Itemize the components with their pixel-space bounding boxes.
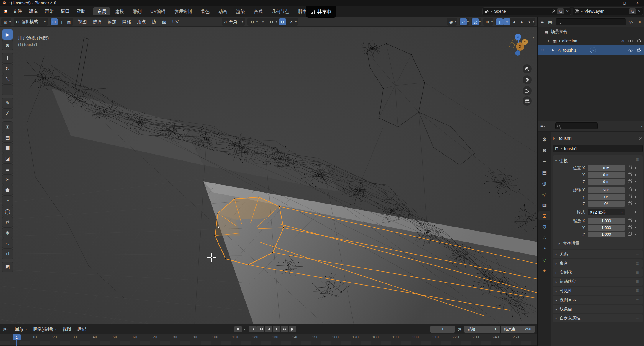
outliner-search-input[interactable] xyxy=(556,18,626,25)
prev-keyframe-button[interactable] xyxy=(257,326,264,332)
animate-dot-icon[interactable] xyxy=(635,203,636,204)
section-可见性[interactable]: ▸可见性⠿⠿ xyxy=(553,287,643,295)
properties-search-input[interactable] xyxy=(555,122,598,129)
drag-handle-icon[interactable]: ⠿⠿ xyxy=(635,158,640,162)
tab-data[interactable]: ▽ xyxy=(538,255,550,264)
transform-orientation-dropdown[interactable]: ⊿ 全局 ▾ xyxy=(222,18,245,26)
field-value[interactable]: 0° xyxy=(588,201,625,207)
new-scene-button[interactable]: ⧉ xyxy=(557,8,564,14)
camera-icon[interactable] xyxy=(637,48,641,52)
viewport-menu-面[interactable]: 面 xyxy=(159,18,170,26)
tool-spin[interactable]: ◔ xyxy=(2,196,13,206)
transform-delta-section[interactable]: ▸ 变换增量 xyxy=(559,240,640,247)
tab-world[interactable]: ◎ xyxy=(538,190,550,199)
field-value[interactable]: 0 m xyxy=(588,179,625,185)
workspace-tab-UV编辑[interactable]: UV编辑 xyxy=(146,7,170,15)
animate-dot-icon[interactable] xyxy=(635,174,636,176)
workspace-tab-建模[interactable]: 建模 xyxy=(111,7,128,15)
drag-handle-icon[interactable]: ⠿⠿ xyxy=(635,261,640,266)
menu-渲染[interactable]: 渲染 xyxy=(41,7,57,15)
menu-编辑[interactable]: 编辑 xyxy=(25,7,41,15)
tool-rip-edge[interactable]: ◩ xyxy=(2,262,13,272)
tool-knife[interactable]: ✂ xyxy=(2,175,13,185)
outliner-row-collection[interactable]: ▼ ▦ Collection ☑ xyxy=(538,36,644,45)
viewport-menu-添加[interactable]: 添加 xyxy=(105,18,119,26)
frame-end-field[interactable]: 结束点 250 xyxy=(501,326,535,333)
outliner-row-scene-collection[interactable]: ▦ 场景集合 xyxy=(538,27,644,36)
collapse-triangle-icon[interactable]: ▼ xyxy=(546,39,551,42)
view-layer-selector[interactable]: ▾ ViewLayer ⧉ ✕ xyxy=(573,7,643,15)
visibility-eye-button[interactable]: ◉ xyxy=(448,18,455,25)
section-关系[interactable]: ▸关系⠿⠿ xyxy=(553,250,643,258)
section-自定义属性[interactable]: ▸自定义属性⠿⠿ xyxy=(553,314,643,322)
xray-settings-button[interactable]: ⊞ xyxy=(484,18,491,25)
drag-handle-icon[interactable]: ⠿⠿ xyxy=(635,270,640,275)
timeline-menu-抠像(插帧)[interactable]: 抠像(插帧)▾ xyxy=(30,325,60,333)
workspace-tab-纹理绘制[interactable]: 纹理绘制 xyxy=(170,7,196,15)
properties-options-icon[interactable]: ▾ xyxy=(641,124,643,128)
play-reverse-button[interactable] xyxy=(265,326,272,332)
animate-dot-icon[interactable] xyxy=(635,189,636,191)
lock-icon[interactable] xyxy=(628,233,632,236)
tab-object[interactable]: ⊡ xyxy=(538,211,550,220)
shading-xray-toggle[interactable]: ◫ xyxy=(496,18,503,25)
workspace-tab-布局[interactable]: 布局 xyxy=(93,7,110,15)
lock-icon[interactable] xyxy=(628,196,632,198)
shading-rendered[interactable]: ◑ xyxy=(525,18,533,25)
camera-view-button[interactable] xyxy=(523,86,532,95)
pin-icon[interactable] xyxy=(552,9,555,13)
show-overlays-button[interactable]: ◎ xyxy=(472,18,479,25)
field-value[interactable]: 1.000 xyxy=(588,225,625,231)
object-name-field[interactable]: ⊡ ▾ toushi1 xyxy=(553,145,643,152)
lock-icon[interactable] xyxy=(628,180,632,183)
drag-handle-icon[interactable]: ⠿⠿ xyxy=(635,307,640,311)
tool-select-box[interactable]: ▶ xyxy=(2,29,13,40)
tool-rip-region[interactable]: ⧉ xyxy=(2,249,13,259)
blender-menu-button[interactable] xyxy=(2,8,9,15)
properties-editor-type-button[interactable]: ≣▾ xyxy=(539,122,546,129)
drag-handle-icon[interactable]: ⠿⠿ xyxy=(635,316,640,321)
mode-dropdown[interactable]: ⊡ 编辑模式 ▾ xyxy=(14,18,48,26)
section-视图显示[interactable]: ▸视图显示⠿⠿ xyxy=(553,296,643,304)
tool-rotate[interactable]: ↻ xyxy=(2,64,13,74)
viewport-menu-UV[interactable]: UV xyxy=(170,18,182,26)
animate-dot-icon[interactable] xyxy=(635,234,636,235)
shading-wireframe[interactable]: ◌ xyxy=(503,18,510,25)
editor-type-button[interactable]: ▧▾ xyxy=(1,18,12,26)
section-运动路径[interactable]: ▸运动路径⠿⠿ xyxy=(553,278,643,286)
tool-loop-cut[interactable]: ⊟ xyxy=(2,164,13,174)
workspace-tab-着色[interactable]: 着色 xyxy=(197,7,214,15)
tool-shear[interactable]: ▱ xyxy=(2,238,13,248)
timeline-menu-回放[interactable]: 回放▾ xyxy=(12,325,30,333)
play-button[interactable] xyxy=(273,326,280,332)
lock-icon[interactable] xyxy=(628,167,632,169)
workspace-tab-雕刻[interactable]: 雕刻 xyxy=(129,7,146,15)
current-frame-field[interactable]: 1 xyxy=(430,326,455,333)
next-keyframe-button[interactable] xyxy=(281,326,288,332)
field-value[interactable]: 1.000 xyxy=(588,218,625,224)
workspace-tab-几何节点[interactable]: 几何节点 xyxy=(267,7,293,15)
tool-add-cube[interactable]: ⊞ xyxy=(2,122,13,132)
drag-handle-icon[interactable]: ⠿⠿ xyxy=(635,298,640,302)
shading-material[interactable]: ◕ xyxy=(518,18,525,25)
animate-dot-icon[interactable] xyxy=(635,227,636,228)
viewport-3d[interactable]: 用户透视 (局部) (1) toushi1 ▶⊕✛↻⤡⛶✎∠⊞⬒▣◪⊟✂⬟◔◯⇄… xyxy=(0,27,537,324)
tool-move[interactable]: ✛ xyxy=(2,53,13,63)
field-value[interactable]: 0 m xyxy=(588,165,625,171)
new-collection-button[interactable]: ⊞ xyxy=(636,18,643,25)
lock-icon[interactable] xyxy=(628,226,632,229)
tab-view-layer[interactable]: ▤ xyxy=(538,168,550,177)
tool-measure[interactable]: ∠ xyxy=(2,109,13,119)
tool-inset-faces[interactable]: ▣ xyxy=(2,143,13,153)
viewport-menu-视图[interactable]: 视图 xyxy=(75,18,90,26)
snap-magnet-button[interactable]: ∩ xyxy=(259,18,267,25)
new-view-layer-button[interactable]: ⧉ xyxy=(629,8,636,14)
animate-dot-icon[interactable] xyxy=(635,211,636,213)
section-集合[interactable]: ▸集合⠿⠿ xyxy=(553,259,643,268)
expand-triangle-icon[interactable]: ▶ xyxy=(551,48,555,52)
tool-poly-build[interactable]: ⬟ xyxy=(2,185,13,195)
stopwatch-icon[interactable]: ◷ xyxy=(458,327,461,332)
tool-scale[interactable]: ⤡ xyxy=(2,74,13,84)
lock-icon[interactable] xyxy=(628,202,632,205)
tab-modifiers[interactable]: ⚙ xyxy=(538,222,550,231)
